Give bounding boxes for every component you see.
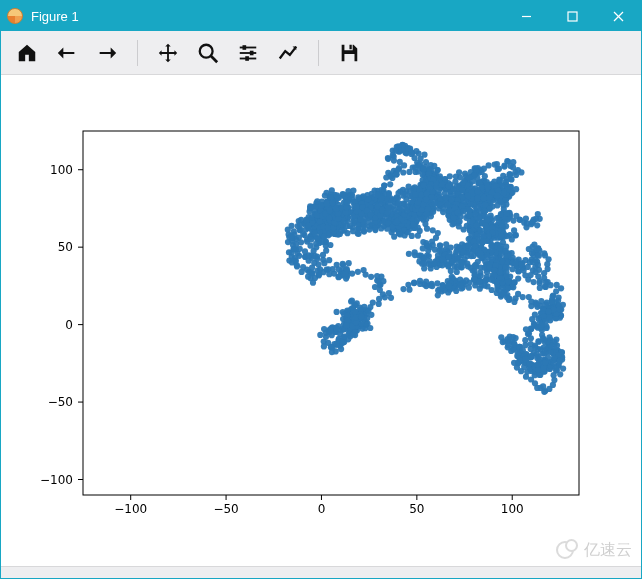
- svg-point-2348: [449, 221, 455, 227]
- svg-point-833: [375, 192, 381, 198]
- svg-point-555: [318, 202, 324, 208]
- svg-point-1858: [528, 335, 534, 341]
- svg-point-1982: [541, 365, 547, 371]
- window-title: Figure 1: [31, 9, 79, 24]
- arrow-left-icon: [56, 42, 78, 64]
- svg-point-1388: [492, 162, 498, 168]
- zoom-button[interactable]: [190, 36, 226, 70]
- svg-text:−50: −50: [48, 395, 73, 409]
- svg-rect-1: [568, 12, 577, 21]
- svg-point-2449: [504, 273, 510, 279]
- home-icon: [16, 42, 38, 64]
- svg-point-249: [326, 257, 332, 263]
- svg-point-2426: [480, 238, 486, 244]
- svg-text:−100: −100: [40, 473, 73, 487]
- svg-point-1777: [536, 253, 542, 259]
- svg-point-1383: [508, 163, 514, 169]
- svg-point-1773: [529, 250, 535, 256]
- svg-point-2321: [475, 188, 481, 194]
- svg-rect-7: [243, 45, 247, 50]
- toolbar-separator: [318, 40, 319, 66]
- svg-point-594: [327, 207, 333, 213]
- svg-point-1416: [451, 186, 457, 192]
- save-icon: [338, 42, 360, 64]
- svg-point-2382: [460, 208, 466, 214]
- svg-point-2491: [463, 277, 469, 283]
- svg-point-821: [386, 191, 392, 197]
- svg-point-2533: [400, 286, 406, 292]
- svg-point-945: [384, 226, 390, 232]
- maximize-icon: [567, 11, 578, 22]
- toolbar: [1, 31, 641, 75]
- svg-point-233: [336, 266, 342, 272]
- maximize-button[interactable]: [549, 1, 595, 31]
- svg-point-2009: [556, 358, 562, 364]
- svg-point-2459: [488, 277, 494, 283]
- move-icon: [157, 42, 179, 64]
- svg-point-204: [374, 273, 380, 279]
- save-button[interactable]: [331, 36, 367, 70]
- svg-point-1570: [406, 251, 412, 257]
- svg-point-2171: [489, 242, 495, 248]
- svg-point-552: [307, 205, 313, 211]
- svg-point-288: [289, 223, 295, 229]
- svg-point-1646: [454, 269, 460, 275]
- svg-point-903: [396, 200, 402, 206]
- svg-point-1042: [400, 169, 406, 175]
- svg-point-2313: [487, 194, 493, 200]
- svg-point-4: [200, 44, 213, 57]
- svg-point-205: [368, 274, 374, 280]
- svg-point-2025: [532, 344, 538, 350]
- svg-point-1532: [418, 192, 424, 198]
- configure-subplots-button[interactable]: [230, 36, 266, 70]
- svg-point-2416: [504, 233, 510, 239]
- svg-point-574: [309, 214, 315, 220]
- close-button[interactable]: [595, 1, 641, 31]
- svg-point-427: [321, 233, 327, 239]
- svg-point-1045: [410, 164, 416, 170]
- svg-point-506: [350, 228, 356, 234]
- scatter-plot: −100−50050100−100−50050100: [1, 75, 641, 555]
- plot-area[interactable]: −100−50050100−100−50050100: [1, 75, 641, 566]
- svg-point-1740: [512, 261, 518, 267]
- svg-point-2429: [465, 242, 471, 248]
- svg-point-2500: [457, 282, 463, 288]
- back-button[interactable]: [49, 36, 85, 70]
- svg-point-1565: [420, 245, 426, 251]
- svg-rect-9: [250, 50, 254, 55]
- svg-point-2403: [478, 228, 484, 234]
- svg-point-2401: [468, 231, 474, 237]
- svg-point-854: [330, 200, 336, 206]
- svg-point-1980: [535, 362, 541, 368]
- pan-button[interactable]: [150, 36, 186, 70]
- home-button[interactable]: [9, 36, 45, 70]
- svg-point-782: [366, 227, 372, 233]
- svg-text:−50: −50: [213, 502, 238, 516]
- svg-point-2316: [481, 195, 487, 201]
- svg-point-847: [340, 191, 346, 197]
- svg-point-1649: [439, 262, 445, 268]
- svg-point-781: [372, 227, 378, 233]
- svg-point-2275: [523, 215, 529, 221]
- svg-point-1786: [548, 282, 554, 288]
- svg-point-1553: [424, 226, 430, 232]
- svg-text:50: 50: [409, 502, 424, 516]
- svg-point-1757: [537, 280, 543, 286]
- svg-point-230: [346, 260, 352, 266]
- edit-axes-button[interactable]: [270, 36, 306, 70]
- svg-point-2075: [511, 299, 517, 305]
- forward-button[interactable]: [89, 36, 125, 70]
- svg-point-34: [334, 309, 340, 315]
- minimize-icon: [521, 11, 532, 22]
- svg-rect-11: [245, 56, 249, 61]
- svg-point-1758: [531, 279, 537, 285]
- svg-point-1407: [462, 171, 468, 177]
- svg-point-867: [333, 206, 339, 212]
- minimize-button[interactable]: [503, 1, 549, 31]
- svg-point-2273: [530, 219, 536, 225]
- svg-point-1942: [505, 344, 511, 350]
- svg-point-2277: [513, 213, 519, 219]
- svg-point-1615: [448, 245, 454, 251]
- svg-point-2058: [557, 306, 563, 312]
- svg-point-92: [317, 332, 323, 338]
